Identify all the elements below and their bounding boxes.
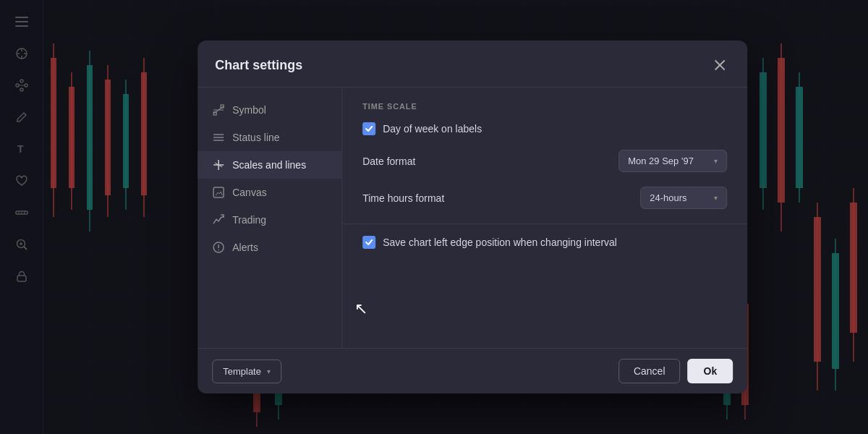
- nav-label-canvas: Canvas: [232, 187, 266, 198]
- dialog-header: Chart settings: [197, 41, 747, 88]
- footer-actions: Cancel Ok: [618, 359, 733, 383]
- nav-item-status-line[interactable]: Status line: [197, 124, 341, 151]
- nav-label-trading: Trading: [232, 214, 266, 226]
- svg-rect-69: [213, 187, 224, 197]
- nav-item-trading[interactable]: Trading: [197, 206, 341, 234]
- date-format-row: Date format Mon 29 Sep '97 ▾: [362, 150, 727, 172]
- close-button[interactable]: [710, 55, 730, 75]
- time-hours-format-select[interactable]: 24-hours ▾: [640, 187, 727, 209]
- day-of-week-label: Day of week on labels: [383, 123, 482, 135]
- save-position-label: Save chart left edge position when chang…: [383, 237, 617, 248]
- ok-button[interactable]: Ok: [688, 359, 733, 383]
- nav-label-alerts: Alerts: [232, 242, 258, 253]
- chevron-down-icon-2: ▾: [714, 194, 718, 202]
- cancel-button[interactable]: Cancel: [618, 359, 681, 383]
- time-hours-format-value: 24-hours: [650, 192, 686, 203]
- day-of-week-checkbox[interactable]: [362, 122, 375, 135]
- save-position-checkbox[interactable]: [362, 236, 375, 249]
- nav-label-scales-and-lines: Scales and lines: [232, 159, 306, 171]
- canvas-icon: [212, 186, 225, 199]
- nav-item-scales-and-lines[interactable]: Scales and lines: [197, 151, 341, 179]
- day-of-week-row: Day of week on labels: [362, 122, 727, 135]
- nav-label-status-line: Status line: [232, 132, 279, 143]
- dialog-title: Chart settings: [215, 58, 302, 73]
- content-divider: [342, 224, 747, 224]
- time-hours-format-row: Time hours format 24-hours ▾: [362, 187, 727, 209]
- section-label: TIME SCALE: [362, 102, 727, 111]
- dialog-body: Symbol Status line Scales and lines: [197, 88, 747, 348]
- status-line-icon: [212, 131, 225, 144]
- svg-point-72: [218, 250, 219, 251]
- template-chevron-icon: ▾: [267, 367, 271, 375]
- chevron-down-icon: ▾: [714, 157, 718, 165]
- nav-item-alerts[interactable]: Alerts: [197, 234, 341, 261]
- nav-label-symbol: Symbol: [232, 104, 266, 116]
- date-format-value: Mon 29 Sep '97: [628, 156, 694, 166]
- chart-settings-dialog: Chart settings Symbol: [197, 41, 747, 393]
- save-position-row: Save chart left edge position when chang…: [362, 236, 727, 249]
- nav-item-symbol[interactable]: Symbol: [197, 96, 341, 124]
- dialog-footer: Template ▾ Cancel Ok: [197, 348, 747, 393]
- scales-icon: [212, 158, 225, 171]
- time-hours-format-label: Time hours format: [362, 192, 444, 204]
- dialog-nav: Symbol Status line Scales and lines: [197, 88, 342, 348]
- alerts-icon: [212, 241, 225, 254]
- nav-item-canvas[interactable]: Canvas: [197, 179, 341, 206]
- date-format-select[interactable]: Mon 29 Sep '97 ▾: [618, 150, 727, 172]
- template-label: Template: [223, 366, 261, 377]
- symbol-icon: [212, 103, 225, 116]
- dialog-content: TIME SCALE Day of week on labels Date fo…: [342, 88, 747, 348]
- template-button[interactable]: Template ▾: [212, 359, 281, 383]
- trading-icon: [212, 213, 225, 226]
- date-format-label: Date format: [362, 156, 415, 167]
